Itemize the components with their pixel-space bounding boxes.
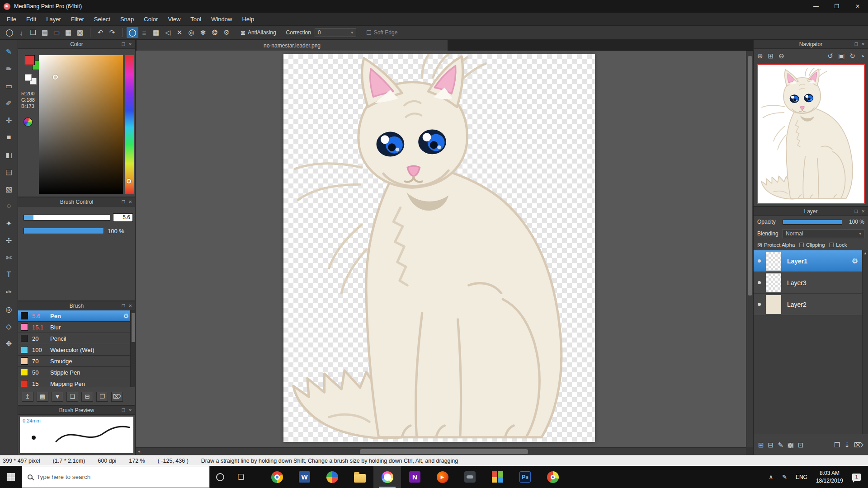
layer-list-scrollbar[interactable]: ▲ bbox=[862, 250, 868, 434]
fill-tool[interactable]: ■ bbox=[4, 132, 14, 143]
popout-icon[interactable]: ❐ bbox=[122, 197, 125, 206]
menu-snap[interactable]: Snap bbox=[115, 13, 139, 26]
taskbar-chrome[interactable] bbox=[263, 466, 291, 488]
divide-tool[interactable]: ◇ bbox=[4, 321, 14, 332]
layer-row-layer3[interactable]: Layer3 bbox=[754, 272, 862, 294]
eraser-tool[interactable]: ✄ bbox=[4, 252, 14, 263]
brush-item-pen[interactable]: 5.6 Pen ⚙ bbox=[18, 310, 135, 322]
navigator-preview[interactable] bbox=[757, 64, 865, 204]
taskbar-onenote[interactable]: N bbox=[401, 466, 429, 488]
brush-tool[interactable]: ✎ bbox=[4, 46, 14, 57]
select-tool[interactable]: ▧ bbox=[4, 183, 14, 194]
notification-button[interactable]: 1 bbox=[848, 474, 868, 481]
menu-select[interactable]: Select bbox=[89, 13, 115, 26]
brush-opacity-slider[interactable] bbox=[24, 228, 104, 234]
snap-radial-icon[interactable]: ✾ bbox=[197, 27, 209, 38]
save-icon[interactable]: ↓ bbox=[15, 27, 27, 38]
delete-layer-button[interactable]: ⌦ bbox=[854, 441, 863, 449]
zoom-fit-icon[interactable]: ⊞ bbox=[768, 52, 774, 60]
gradient-tool[interactable]: ▤ bbox=[4, 166, 14, 177]
scrollbar-thumb[interactable] bbox=[360, 449, 528, 454]
memo-icon[interactable]: ▤ bbox=[39, 27, 51, 38]
language-indicator[interactable]: ENG bbox=[792, 474, 811, 480]
fullscreen-icon[interactable]: ▣ bbox=[838, 52, 844, 60]
taskbar-word[interactable]: W bbox=[291, 466, 318, 488]
zoom-in-icon[interactable]: ⊕ bbox=[757, 52, 763, 60]
lock-checkbox[interactable]: ☐ bbox=[829, 242, 835, 249]
taskbar-explorer[interactable] bbox=[346, 466, 373, 488]
snap-settings-icon[interactable]: ❂ bbox=[209, 27, 221, 38]
snap-ellipse-icon[interactable]: ◯ bbox=[127, 27, 138, 38]
menu-color[interactable]: Color bbox=[139, 13, 163, 26]
popout-icon[interactable]: ❐ bbox=[122, 40, 125, 49]
rotate-cw-icon[interactable]: ↻ bbox=[849, 52, 855, 60]
snap-concentric-icon[interactable]: ◎ bbox=[185, 27, 197, 38]
protect-alpha-checkbox[interactable]: ⊠ bbox=[757, 242, 762, 249]
transparent-swatch[interactable] bbox=[25, 74, 32, 81]
task-view-button[interactable]: ❏ bbox=[231, 466, 251, 488]
antialiasing-checkbox[interactable]: ⊠ bbox=[241, 29, 245, 36]
watercolor-tool[interactable]: ✏ bbox=[4, 63, 14, 74]
popout-icon[interactable]: ❐ bbox=[122, 301, 125, 310]
document-tab[interactable]: no-namestar.leader.png bbox=[137, 40, 448, 51]
close-icon[interactable]: ✕ bbox=[861, 40, 865, 49]
grid-icon[interactable]: ▦ bbox=[62, 27, 74, 38]
text-tool[interactable]: T bbox=[4, 269, 14, 280]
taskbar-media-player[interactable]: ▶ bbox=[429, 466, 456, 488]
taskbar-dark-app[interactable] bbox=[456, 466, 484, 488]
menu-window[interactable]: Window bbox=[206, 13, 237, 26]
eyedropper-tool[interactable]: ◎ bbox=[4, 304, 14, 314]
blending-dropdown[interactable]: Normal ▾ bbox=[783, 229, 864, 238]
taskbar-mosaic-app[interactable] bbox=[484, 466, 511, 488]
brush-folder-button[interactable]: ⊟ bbox=[81, 392, 93, 402]
menu-help[interactable]: Help bbox=[237, 13, 259, 26]
scrollbar-thumb[interactable] bbox=[132, 313, 135, 342]
brush-item-smudge[interactable]: 70 Smudge bbox=[18, 356, 135, 367]
snap-grid-icon[interactable]: ▦ bbox=[150, 27, 162, 38]
close-icon[interactable]: ✕ bbox=[128, 301, 132, 310]
layer-row-layer1[interactable]: Layer1 ⚙ bbox=[754, 250, 862, 272]
brush-item-mapping[interactable]: 15 Mapping Pen bbox=[18, 378, 135, 387]
maximize-button[interactable]: ❐ bbox=[826, 0, 847, 13]
layer-visibility-icon[interactable] bbox=[758, 303, 761, 306]
lasso-tool[interactable]: ◌ bbox=[4, 201, 14, 211]
duplicate-layer-button[interactable]: ❐ bbox=[834, 441, 840, 449]
taskbar-photoshop[interactable]: Ps bbox=[511, 466, 539, 488]
menu-layer[interactable]: Layer bbox=[41, 13, 66, 26]
rotate-ccw-icon[interactable]: ↺ bbox=[828, 52, 834, 60]
new-canvas-icon[interactable]: ◯ bbox=[4, 27, 15, 38]
material-icon[interactable]: ▩ bbox=[74, 27, 86, 38]
settings-gear-icon[interactable]: ⚙ bbox=[221, 27, 232, 38]
color-picker-ring[interactable] bbox=[53, 75, 58, 80]
correction-dropdown[interactable]: 0 ▾ bbox=[315, 28, 356, 37]
horizontal-scrollbar[interactable]: ◂ bbox=[136, 447, 746, 455]
close-icon[interactable]: ✕ bbox=[128, 197, 132, 206]
menu-edit[interactable]: Edit bbox=[21, 13, 41, 26]
brush-list-scrollbar[interactable] bbox=[130, 310, 135, 387]
close-icon[interactable]: ✕ bbox=[861, 207, 865, 216]
pen-icon[interactable]: ✎ bbox=[778, 466, 792, 488]
canvas[interactable] bbox=[283, 54, 595, 442]
zoom-out-icon[interactable]: ⊖ bbox=[778, 52, 784, 60]
menu-filter[interactable]: Filter bbox=[66, 13, 89, 26]
taskbar-search[interactable] bbox=[22, 466, 210, 488]
vertical-scrollbar[interactable] bbox=[746, 51, 753, 447]
snap-parallel-icon[interactable]: ≡ bbox=[138, 27, 150, 38]
snap-vanishing-icon[interactable]: ◁ bbox=[162, 27, 174, 38]
brush-delete-button[interactable]: ⌦ bbox=[111, 392, 123, 402]
add-layer-button[interactable]: ⊞ bbox=[758, 441, 764, 449]
add-folder-button[interactable]: ⊟ bbox=[768, 441, 774, 449]
tray-chevron-icon[interactable]: ∧ bbox=[764, 466, 778, 488]
opacity-slider[interactable] bbox=[783, 220, 842, 225]
brush-item-pencil[interactable]: 20 Pencil bbox=[18, 333, 135, 344]
airbrush-tool[interactable]: ✐ bbox=[4, 98, 14, 108]
saturation-value-picker[interactable] bbox=[39, 55, 123, 194]
material-layer-button[interactable]: ⊡ bbox=[798, 441, 804, 449]
comment-icon[interactable]: ❏ bbox=[27, 27, 39, 38]
clipping-checkbox[interactable]: ☐ bbox=[799, 242, 804, 249]
draw-layer-button[interactable]: ✎ bbox=[778, 441, 783, 449]
soft-edge-checkbox[interactable]: ☐ bbox=[366, 29, 372, 36]
search-input[interactable] bbox=[37, 474, 204, 480]
canvas-viewport[interactable] bbox=[136, 51, 746, 447]
cortana-button[interactable] bbox=[210, 466, 231, 488]
